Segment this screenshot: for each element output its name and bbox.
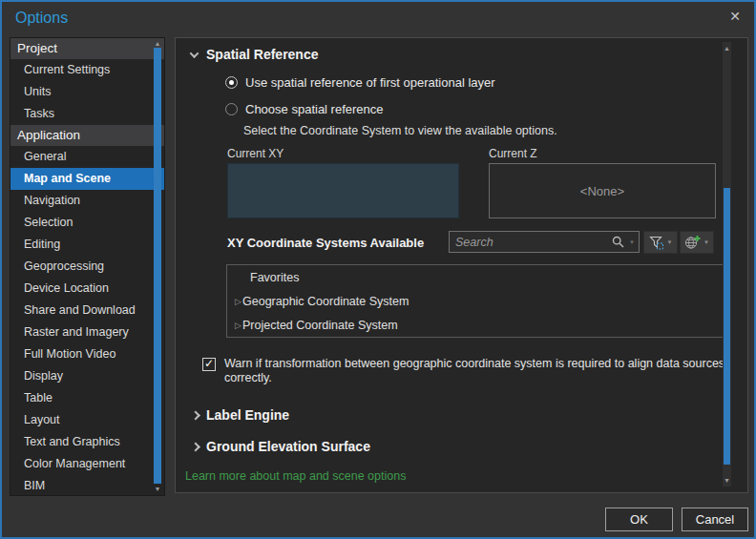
coordinate-systems-list: Favorites ▷ Geographic Coordinate System… <box>226 264 731 338</box>
radio-unselected-icon[interactable] <box>225 103 238 115</box>
sidebar-item-geoprocessing[interactable]: Geoprocessing <box>10 256 164 278</box>
sidebar-item-full-motion-video[interactable]: Full Motion Video <box>10 343 164 365</box>
search-icon[interactable] <box>612 236 624 248</box>
sidebar-item-device-location[interactable]: Device Location <box>10 278 164 300</box>
sidebar-item-raster-and-imagery[interactable]: Raster and Imagery <box>10 321 164 343</box>
radio-selected-icon[interactable] <box>225 76 238 89</box>
section-spatial-reference[interactable]: Spatial Reference <box>191 47 319 62</box>
search-box: ▼ <box>449 231 640 253</box>
sidebar-item-color-management[interactable]: Color Management <box>10 453 164 475</box>
globe-add-icon <box>684 235 701 250</box>
sidebar-section-application: Application <box>10 125 164 146</box>
expand-right-icon[interactable]: ▷ <box>227 321 242 330</box>
checkbox-checked-icon[interactable]: ✓ <box>202 358 216 371</box>
ok-button[interactable]: OK <box>605 508 673 531</box>
sidebar-item-navigation[interactable]: Navigation <box>10 190 164 212</box>
sidebar-item-text-and-graphics[interactable]: Text and Graphics <box>10 431 164 453</box>
list-item-projected-coordinate-system[interactable]: ▷ Projected Coordinate System <box>227 313 730 337</box>
section-title: Spatial Reference <box>206 47 319 62</box>
globe-caret-icon: ▼ <box>704 239 709 245</box>
sidebar-item-editing[interactable]: Editing <box>10 234 164 256</box>
list-item-favorites[interactable]: Favorites <box>227 265 730 289</box>
filter-caret-icon: ▼ <box>667 239 673 245</box>
section-title: Ground Elevation Surface <box>206 439 370 454</box>
options-dialog: Options ✕ Project Current Settings Units… <box>0 0 756 539</box>
content-scrollbar[interactable]: ▲ ▼ <box>723 42 731 487</box>
scroll-up-icon[interactable]: ▲ <box>723 44 731 52</box>
section-label-engine[interactable]: Label Engine <box>191 407 289 423</box>
radio-label: Choose spatial reference <box>245 102 384 116</box>
current-z-label: Current Z <box>489 147 537 160</box>
scroll-down-icon[interactable]: ▼ <box>153 485 162 493</box>
warn-transformation-checkbox-row[interactable]: ✓ Warn if transformation between geograp… <box>202 357 756 385</box>
sidebar-item-table[interactable]: Table <box>10 387 164 409</box>
sidebar-item-current-settings[interactable]: Current Settings <box>10 59 164 81</box>
current-xy-label: Current XY <box>227 147 284 160</box>
add-coordinate-system-button[interactable]: ▼ <box>680 231 714 254</box>
radio-label: Use spatial reference of first operation… <box>245 75 495 90</box>
search-input[interactable] <box>450 236 612 249</box>
current-xy-box[interactable] <box>227 163 459 218</box>
coordinate-system-hint: Select the Coordinate System to view the… <box>243 124 557 137</box>
scroll-down-icon[interactable]: ▼ <box>723 476 731 485</box>
filter-icon <box>649 236 664 250</box>
section-ground-elevation-surface[interactable]: Ground Elevation Surface <box>191 439 370 454</box>
sidebar-item-map-and-scene[interactable]: Map and Scene <box>10 168 164 190</box>
sidebar-item-bim[interactable]: BIM <box>10 475 164 497</box>
sidebar-item-share-and-download[interactable]: Share and Download <box>10 300 164 321</box>
search-caret-icon[interactable]: ▼ <box>624 239 639 245</box>
sidebar-item-tasks[interactable]: Tasks <box>10 103 164 125</box>
xy-systems-available-label: XY Coordinate Systems Available <box>227 236 424 250</box>
dialog-title: Options <box>15 10 68 27</box>
sidebar-scrollbar-thumb[interactable] <box>154 48 161 484</box>
close-icon[interactable]: ✕ <box>729 9 741 24</box>
options-content-panel: Spatial Reference Use spatial reference … <box>175 37 748 493</box>
expand-right-icon[interactable]: ▷ <box>227 297 242 306</box>
scroll-up-icon[interactable]: ▲ <box>153 39 162 48</box>
current-z-value: <None> <box>580 184 624 198</box>
sidebar-item-units[interactable]: Units <box>10 81 164 103</box>
sidebar-item-layout[interactable]: Layout <box>10 409 164 431</box>
section-title: Label Engine <box>206 407 289 423</box>
radio-use-first-layer[interactable]: Use spatial reference of first operation… <box>225 75 495 90</box>
current-z-box[interactable]: <None> <box>489 163 716 218</box>
chevron-right-icon <box>191 410 200 420</box>
sidebar-section-project: Project <box>10 38 164 59</box>
chevron-down-icon <box>190 49 200 58</box>
content-scrollbar-thumb[interactable] <box>724 188 730 465</box>
sidebar-item-selection[interactable]: Selection <box>10 212 164 234</box>
learn-more-link[interactable]: Learn more about map and scene options <box>185 469 406 483</box>
list-item-geographic-coordinate-system[interactable]: ▷ Geographic Coordinate System <box>227 289 730 313</box>
filter-button[interactable]: ▼ <box>643 231 678 254</box>
sidebar-item-general[interactable]: General <box>10 146 164 168</box>
cancel-button[interactable]: Cancel <box>682 508 748 531</box>
sidebar-scrollbar[interactable]: ▲ ▼ <box>153 38 162 495</box>
options-sidebar: Project Current Settings Units Tasks App… <box>10 37 165 496</box>
chevron-right-icon <box>191 442 200 451</box>
sidebar-item-display[interactable]: Display <box>10 365 164 387</box>
radio-choose-spatial-reference[interactable]: Choose spatial reference <box>225 102 384 116</box>
warn-checkbox-label: Warn if transformation between geographi… <box>224 357 751 385</box>
